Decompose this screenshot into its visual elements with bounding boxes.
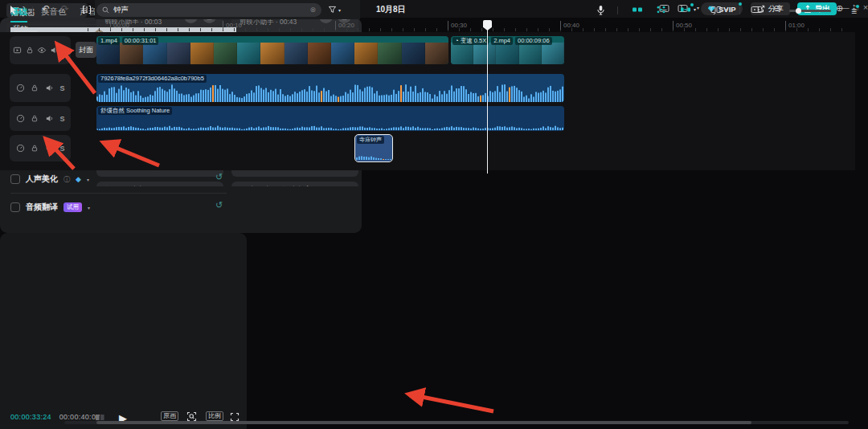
app-window: 剪映 菜单▾ ✓ 18:09:38 自动保存本地 10月8日 ▾ SVIP 分享 xyxy=(0,0,868,429)
reset-icon[interactable]: ↺ xyxy=(215,172,223,182)
arrow-to-sfx-clip xyxy=(410,394,493,411)
playback-time: 00:00:33:24 00:00:40:07 xyxy=(10,413,100,421)
voice-beautify-row: 人声美化 ⓘ ◆ ▾ xyxy=(10,174,89,185)
chevron-down-icon[interactable]: ▾ xyxy=(87,177,89,182)
vip-gem-icon: ◆ xyxy=(76,175,81,183)
quality-button[interactable]: 原画 xyxy=(161,411,178,421)
total-time: 00:00:40:07 xyxy=(59,413,100,421)
project-date: 10月8日 xyxy=(376,4,406,15)
info-icon: ⓘ xyxy=(63,175,70,184)
reset-icon[interactable]: ↺ xyxy=(215,200,223,210)
ratio-button[interactable]: 比例 xyxy=(206,411,223,421)
sound-title: 环绕回声古刹钟声音效 xyxy=(240,185,316,186)
audio-translate-row: 音频翻译 试用 ▾ xyxy=(10,202,90,213)
current-time: 00:00:33:24 xyxy=(10,413,51,421)
voice-beautify-checkbox[interactable] xyxy=(10,174,20,184)
trial-badge: 试用 xyxy=(63,202,82,212)
sound-card[interactable]: 环绕回声古刹钟声音效 xyxy=(231,182,358,186)
sound-title: 悠长的钟声 xyxy=(104,185,145,186)
close-button[interactable]: × xyxy=(860,2,868,12)
player-panel: 播放器 ≡ xyxy=(0,233,247,429)
sound-card[interactable]: 悠长的钟声 xyxy=(96,182,223,186)
export-button[interactable]: 导出 xyxy=(797,2,837,15)
chevron-down-icon[interactable]: ▾ xyxy=(88,205,90,210)
chevron-down-icon: ▾ xyxy=(697,5,699,10)
audio-translate-checkbox[interactable] xyxy=(10,202,20,212)
